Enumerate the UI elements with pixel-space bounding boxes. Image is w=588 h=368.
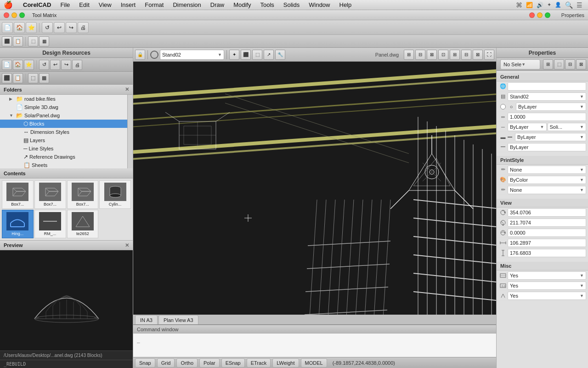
prop-btn-1[interactable]: ⊞ [543,59,553,69]
prop-val-lw[interactable]: 1.0000 [508,113,586,121]
lt-scale-dropdown[interactable]: Soli... ▼ [548,123,587,131]
toolbar-icon-5[interactable]: ⊞ [450,50,460,60]
ortho-btn[interactable]: Ortho [176,358,198,368]
etrack-btn[interactable]: ETrack [247,358,271,368]
view-val-1[interactable]: 354.0706 [508,208,586,217]
content-cyl[interactable]: Cylin... [99,180,131,209]
prop-val-globe[interactable] [508,82,586,91]
panel-btn-3[interactable]: ⭐ [24,60,34,70]
icon-btn-2[interactable]: 📋 [13,36,23,46]
menu-window[interactable]: Window [304,0,334,10]
misc-dd-1[interactable]: Yes ▼ [508,271,586,280]
preview-close-btn[interactable]: ✕ [125,242,129,248]
tree-item-layers[interactable]: ▤ Layers [0,136,127,144]
content-te[interactable]: te2652 [67,210,99,238]
tree-item-blocks[interactable]: ⬡ Blocks [0,120,127,128]
maximize-button[interactable] [19,12,25,18]
menu-dimension[interactable]: Dimension [168,0,205,10]
menu-corelcad[interactable]: CorelCAD [18,0,56,10]
folder-scrollbar[interactable] [127,95,133,168]
ps-dd-1[interactable]: None ▼ [508,166,586,174]
esnap-btn[interactable]: ESnap [221,358,245,368]
folders-close-btn[interactable]: ✕ [125,86,129,92]
icon-btn-4[interactable]: ▦ [39,36,49,46]
draw-btn-4[interactable]: ↗ [264,50,274,60]
draw-btn-3[interactable]: ⬚ [252,50,262,60]
prop-layer-dropdown[interactable]: Stand02 ▼ [508,92,586,101]
snap-btn[interactable]: Snap [135,358,155,368]
toolbar-icon-6[interactable]: ⊟ [461,50,471,60]
panel-view-btn-1[interactable]: ⬛ [2,73,12,83]
tree-item-dim-styles[interactable]: ↔ Dimension Styles [0,128,127,136]
menu-insert[interactable]: Insert [116,0,141,10]
draw-btn-1[interactable]: ✦ [229,50,239,60]
panel-btn-6[interactable]: ↪ [61,60,71,70]
panel-view-btn-3[interactable]: ⬚ [28,73,38,83]
misc-dd-2[interactable]: Yes ▼ [508,282,586,290]
drawing-area[interactable]: x IN A3 Plan View A3 [133,62,496,325]
color-dropdown[interactable]: ByLayer ▼ [516,103,586,111]
home-btn[interactable]: 🏠 [14,22,25,33]
content-box2[interactable]: Box7... [34,180,66,209]
ps-dd-3[interactable]: None ▼ [508,186,586,194]
back-btn[interactable]: ↩ [54,22,65,33]
close-button-r[interactable] [529,12,535,18]
polar-btn[interactable]: Polar [199,358,220,368]
maximize-button-r[interactable] [545,12,550,18]
no-select-dropdown[interactable]: No Sele ▼ [500,59,540,69]
draw-lock-btn[interactable]: 🔒 [135,50,145,60]
tree-item-simple3d[interactable]: 📄 Simple 3D.dwg [0,103,127,111]
icon-btn-1[interactable]: ⬛ [2,36,12,46]
forward-btn[interactable]: ↪ [66,22,77,33]
menu-help[interactable]: Help [335,0,356,10]
toolbar-icon-3[interactable]: ⊠ [427,50,437,60]
refresh-btn[interactable]: ↺ [42,22,53,33]
tree-item-road-bike[interactable]: ▶ 📁 road bike.files [0,95,127,103]
ps-dropdown[interactable]: ByLayer ▼ [515,133,586,141]
misc-dd-3[interactable]: Yes ▼ [508,292,586,300]
fav-btn[interactable]: ⭐ [26,22,37,33]
panel-btn-7[interactable]: 🖨 [72,60,82,70]
toolbar-icon-1[interactable]: ⊞ [404,50,414,60]
toolbar-icon-7[interactable]: ⊠ [473,50,483,60]
draw-btn-5[interactable]: 🔧 [275,50,285,60]
content-box3[interactable]: Box7... [67,180,99,209]
prop-val-layer-label[interactable]: ByLayer [508,143,586,151]
tree-item-solar-panel[interactable]: ▼ 📂 SolarPanel.dwg [0,111,127,120]
content-box1[interactable]: Box7... [2,180,34,209]
view-val-2[interactable]: 211.7074 [508,218,586,227]
menu-modify[interactable]: Modify [229,0,255,10]
menu-solids[interactable]: Solids [279,0,304,10]
model-btn[interactable]: MODEL [301,358,327,368]
view-val-3[interactable]: 0.0000 [508,229,586,237]
minimize-button-r[interactable] [537,12,543,18]
draw-btn-2[interactable]: ⬛ [241,50,251,60]
icon-btn-3[interactable]: ⬚ [28,36,38,46]
menu-view[interactable]: View [94,0,116,10]
toolbar-icon-4[interactable]: ⊡ [438,50,448,60]
menu-edit[interactable]: Edit [74,0,94,10]
prop-btn-4[interactable]: ⊠ [576,59,586,69]
minimize-button[interactable] [11,12,17,18]
command-content[interactable]: _ [133,334,496,345]
tree-item-ref-drawings[interactable]: ↗ Reference Drawings [0,153,127,161]
tab-plan-view[interactable]: Plan View A3 [158,315,198,324]
panel-btn-5[interactable]: ↩ [50,60,60,70]
toolbar-icon-2[interactable]: ⊟ [415,50,425,60]
panel-view-btn-4[interactable]: ▦ [39,73,49,83]
menu-draw[interactable]: Draw [206,0,229,10]
search-icon[interactable]: 🔍 [565,1,573,9]
toolbar-maximize-btn[interactable]: ⛶ [484,50,494,60]
lweight-btn[interactable]: LWeight [272,358,299,368]
prop-btn-2[interactable]: ⬚ [554,59,564,69]
grid-btn[interactable]: Grid [157,358,175,368]
content-hinge[interactable]: Hing... [2,210,34,238]
view-val-5[interactable]: 176.6803 [508,249,586,257]
lt-dropdown[interactable]: ByLayer ▼ [508,123,547,131]
tree-item-sheets[interactable]: 📋 Sheets [0,161,127,168]
panel-btn-1[interactable]: 📄 [2,60,12,70]
menu-format[interactable]: Format [140,0,168,10]
new-btn[interactable]: 📄 [2,22,13,33]
layer-dropdown[interactable]: Stand02 ▼ [160,50,224,60]
panel-btn-2[interactable]: 🏠 [13,60,23,70]
